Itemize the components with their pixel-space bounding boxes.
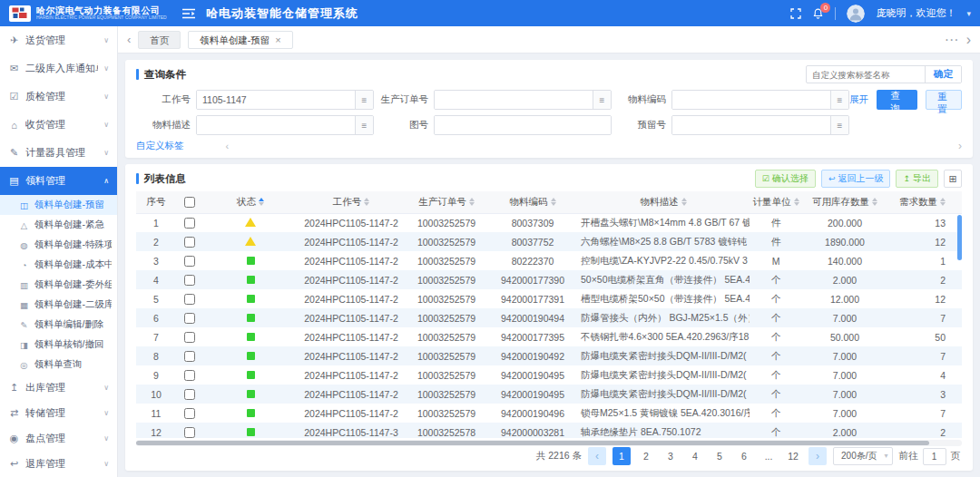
notification-bell-icon[interactable]: 0	[812, 7, 824, 20]
confirm-select-button[interactable]: ☑ 确认选择	[755, 170, 816, 188]
page-number-button[interactable]: 5	[710, 447, 729, 465]
sidebar-subitem[interactable]: ◍ 领料单创建-特殊项目	[0, 235, 117, 255]
filter-icon[interactable]: ≡	[355, 116, 373, 134]
page-number-button[interactable]: ...	[760, 447, 778, 465]
tabs-forward-icon[interactable]: ›	[966, 32, 971, 48]
sort-icon[interactable]	[259, 198, 264, 206]
sort-icon[interactable]	[872, 198, 877, 206]
horizontal-scrollbar-thumb[interactable]	[136, 441, 929, 445]
sidebar-item[interactable]: ⇄ 转储管理 ∨	[0, 400, 117, 425]
next-page-button[interactable]: ›	[808, 447, 827, 465]
sort-icon[interactable]	[551, 198, 556, 206]
sidebar-item[interactable]: ↩ 退库管理 ∨	[0, 451, 117, 476]
sort-icon[interactable]	[940, 198, 946, 206]
work-no-input[interactable]	[197, 91, 355, 109]
table-row[interactable]: 1 2024HPC1105-1147-2 10003252579 8003730…	[136, 213, 962, 232]
production-order-input[interactable]	[435, 91, 593, 109]
page-number-button[interactable]: 1	[612, 447, 631, 465]
sidebar-subitem[interactable]: △ 领料单创建-紧急	[0, 215, 117, 235]
row-checkbox[interactable]	[184, 237, 195, 248]
page-size-select[interactable]: 200条/页 ▾	[833, 447, 892, 465]
col-available-qty[interactable]: 可用库存数量	[802, 191, 887, 213]
drawing-no-input[interactable]	[435, 116, 611, 134]
table-row[interactable]: 8 2024HPC1105-1147-2 10003252579 9420001…	[136, 346, 962, 365]
tab-home[interactable]: 首页	[138, 31, 181, 49]
fullscreen-icon[interactable]	[790, 8, 801, 19]
sort-icon[interactable]	[469, 198, 475, 206]
table-row[interactable]: 2 2024HPC1105-1147-2 10003252579 8003775…	[136, 232, 962, 251]
confirm-tag-button[interactable]: 确定	[925, 66, 961, 83]
sort-icon[interactable]	[794, 198, 799, 206]
col-material-code[interactable]: 物料编码	[488, 191, 577, 213]
close-icon[interactable]: ×	[275, 32, 280, 48]
expand-query-link[interactable]: 展开	[849, 93, 868, 106]
col-order-no[interactable]: 生产订单号	[405, 191, 488, 213]
row-checkbox[interactable]	[184, 294, 195, 305]
col-demand-qty[interactable]: 需求数量	[887, 191, 962, 213]
tabs-more-icon[interactable]: ···	[945, 32, 959, 48]
filter-icon[interactable]: ≡	[355, 91, 373, 109]
collapse-sidebar-icon[interactable]	[182, 8, 195, 19]
col-material-desc[interactable]: 物料描述	[577, 191, 750, 213]
sidebar-subitem[interactable]: ▥ 领料单创建-委外组件	[0, 275, 117, 295]
sidebar-item[interactable]: ✉ 二级库入库通知单 ∨	[0, 54, 117, 83]
table-row[interactable]: 11 2024HPC1105-1147-2 10003252579 942000…	[136, 404, 962, 423]
horizontal-scrollbar[interactable]	[136, 440, 962, 446]
material-desc-input[interactable]	[197, 116, 355, 134]
sidebar-item[interactable]: ✈ 送货管理 ∨	[0, 26, 117, 54]
user-menu-caret-icon[interactable]: ▾	[966, 9, 971, 18]
row-checkbox[interactable]	[184, 313, 195, 324]
sidebar-item-material-requisition[interactable]: ▤ 领料管理 ∧	[0, 167, 117, 195]
tabs-back-icon[interactable]: ‹	[127, 33, 131, 46]
user-avatar[interactable]	[847, 5, 865, 23]
table-row[interactable]: 7 2024HPC1105-1147-2 10003252579 9420001…	[136, 327, 962, 346]
table-row[interactable]: 6 2024HPC1105-1147-2 10003252579 9420001…	[136, 308, 962, 327]
tag-scroll-left-icon[interactable]: ‹	[226, 141, 230, 151]
page-number-button[interactable]: 6	[735, 447, 753, 465]
sidebar-item[interactable]: ⌂ 收货管理 ∨	[0, 111, 117, 139]
col-status[interactable]: 状态	[203, 191, 298, 213]
table-row[interactable]: 5 2024HPC1105-1147-2 10003252579 9420001…	[136, 289, 962, 308]
select-all-checkbox[interactable]	[184, 197, 195, 208]
row-checkbox[interactable]	[184, 408, 195, 419]
table-row[interactable]: 12 2024HPC1105-1147-3 10003252578 942000…	[136, 423, 962, 438]
sidebar-item[interactable]: ◉ 盘点管理 ∨	[0, 425, 117, 451]
sort-icon[interactable]	[364, 198, 369, 206]
vertical-scrollbar[interactable]	[957, 215, 962, 260]
table-row[interactable]: 10 2024HPC1105-1147-2 10003252579 942000…	[136, 385, 962, 404]
sidebar-item[interactable]: ☑ 质检管理 ∨	[0, 83, 117, 111]
sidebar-subitem[interactable]: ◔ 领料单创建-成本中心	[0, 255, 117, 275]
row-checkbox[interactable]	[184, 370, 195, 381]
row-checkbox[interactable]	[184, 218, 195, 229]
row-checkbox[interactable]	[184, 256, 195, 267]
sidebar-subitem[interactable]: ▦ 领料单创建-二级库	[0, 295, 117, 315]
goto-page-input[interactable]	[923, 448, 946, 465]
reset-button[interactable]: 重置	[926, 90, 963, 110]
tag-scroll-right-icon[interactable]: ›	[958, 140, 962, 152]
sidebar-item[interactable]: ↥ 出库管理 ∨	[0, 375, 117, 400]
sidebar-subitem[interactable]: ◨ 领料单核销/撤回	[0, 335, 117, 355]
col-work-no[interactable]: 工作号	[298, 191, 405, 213]
filter-icon[interactable]: ≡	[830, 116, 848, 134]
column-settings-icon[interactable]: ⊞	[944, 170, 962, 188]
sidebar-subitem[interactable]: ◎ 领料单查询	[0, 355, 117, 375]
sidebar-subitem[interactable]: ✎ 领料单编辑/删除	[0, 315, 117, 335]
table-row[interactable]: 3 2024HPC1105-1147-2 10003252579 8022237…	[136, 251, 962, 270]
filter-icon[interactable]: ≡	[830, 91, 848, 109]
row-checkbox[interactable]	[184, 351, 195, 362]
sort-icon[interactable]	[681, 198, 687, 206]
page-number-button[interactable]: 3	[662, 447, 680, 465]
export-button[interactable]: ↥ 导出	[896, 170, 938, 188]
filter-icon[interactable]: ≡	[593, 91, 611, 109]
tab-material-requisition-reserve[interactable]: 领料单创建-预留 ×	[188, 31, 292, 49]
prev-page-button[interactable]: ‹	[588, 447, 606, 465]
row-checkbox[interactable]	[184, 427, 195, 438]
page-number-button[interactable]: 4	[686, 447, 704, 465]
page-number-button[interactable]: 2	[637, 447, 655, 465]
custom-tag-name-input[interactable]	[807, 70, 925, 80]
custom-tag-link[interactable]: 自定义标签	[136, 140, 184, 152]
back-upper-level-button[interactable]: ↩ 返回上一级	[821, 170, 891, 188]
table-row[interactable]: 9 2024HPC1105-1147-2 10003252579 9420001…	[136, 365, 962, 385]
reserve-no-input[interactable]	[672, 116, 830, 134]
sidebar-item[interactable]: ✎ 计量器具管理 ∨	[0, 139, 117, 167]
